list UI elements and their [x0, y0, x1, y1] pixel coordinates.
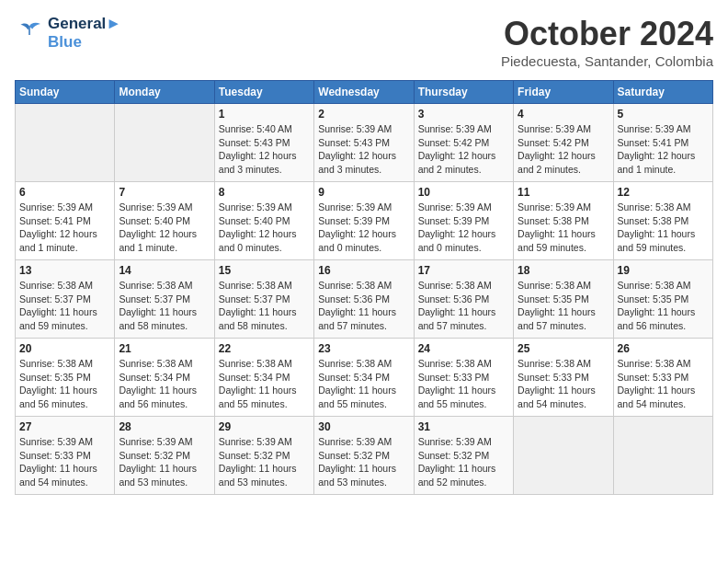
day-number: 29 [219, 420, 310, 433]
day-info: Sunrise: 5:38 AMSunset: 5:35 PMDaylight:… [618, 279, 709, 333]
calendar-cell: 17Sunrise: 5:38 AMSunset: 5:36 PMDayligh… [414, 260, 513, 339]
day-number: 25 [518, 342, 609, 355]
page-header: General► Blue October 2024 Piedecuesta, … [15, 15, 713, 69]
day-info: Sunrise: 5:39 AMSunset: 5:32 PMDaylight:… [418, 435, 509, 489]
day-of-week-header: Monday [115, 81, 214, 104]
day-info: Sunrise: 5:39 AMSunset: 5:40 PMDaylight:… [119, 201, 210, 255]
calendar-cell: 28Sunrise: 5:39 AMSunset: 5:32 PMDayligh… [115, 417, 214, 495]
week-row: 1Sunrise: 5:40 AMSunset: 5:43 PMDaylight… [16, 104, 713, 182]
week-row: 27Sunrise: 5:39 AMSunset: 5:33 PMDayligh… [16, 417, 713, 495]
day-info: Sunrise: 5:39 AMSunset: 5:41 PMDaylight:… [19, 201, 110, 255]
day-info: Sunrise: 5:39 AMSunset: 5:42 PMDaylight:… [418, 122, 509, 177]
calendar-cell: 7Sunrise: 5:39 AMSunset: 5:40 PMDaylight… [115, 182, 214, 260]
day-info: Sunrise: 5:39 AMSunset: 5:38 PMDaylight:… [518, 201, 609, 255]
day-info: Sunrise: 5:39 AMSunset: 5:43 PMDaylight:… [318, 122, 409, 177]
calendar-cell: 22Sunrise: 5:38 AMSunset: 5:34 PMDayligh… [214, 339, 313, 417]
day-of-week-header: Thursday [414, 81, 513, 104]
day-info: Sunrise: 5:38 AMSunset: 5:37 PMDaylight:… [119, 279, 210, 333]
day-number: 20 [19, 342, 110, 355]
day-info: Sunrise: 5:39 AMSunset: 5:41 PMDaylight:… [618, 122, 709, 177]
title-block: October 2024 Piedecuesta, Santander, Col… [501, 15, 713, 69]
day-info: Sunrise: 5:39 AMSunset: 5:32 PMDaylight:… [318, 435, 409, 489]
week-row: 13Sunrise: 5:38 AMSunset: 5:37 PMDayligh… [16, 260, 713, 339]
day-info: Sunrise: 5:38 AMSunset: 5:36 PMDaylight:… [418, 279, 509, 333]
day-info: Sunrise: 5:38 AMSunset: 5:34 PMDaylight:… [219, 357, 310, 411]
calendar-cell: 21Sunrise: 5:38 AMSunset: 5:34 PMDayligh… [115, 339, 214, 417]
calendar-cell: 23Sunrise: 5:38 AMSunset: 5:34 PMDayligh… [314, 339, 414, 417]
day-info: Sunrise: 5:38 AMSunset: 5:33 PMDaylight:… [418, 357, 509, 411]
calendar-cell: 13Sunrise: 5:38 AMSunset: 5:37 PMDayligh… [16, 260, 115, 339]
day-number: 27 [19, 420, 110, 433]
day-number: 7 [119, 186, 210, 199]
day-info: Sunrise: 5:39 AMSunset: 5:39 PMDaylight:… [418, 201, 509, 255]
day-info: Sunrise: 5:39 AMSunset: 5:39 PMDaylight:… [318, 201, 409, 255]
day-number: 11 [518, 186, 609, 199]
day-info: Sunrise: 5:39 AMSunset: 5:32 PMDaylight:… [219, 435, 310, 489]
day-info: Sunrise: 5:38 AMSunset: 5:35 PMDaylight:… [518, 279, 609, 333]
calendar-cell: 6Sunrise: 5:39 AMSunset: 5:41 PMDaylight… [16, 182, 115, 260]
day-number: 22 [219, 342, 310, 355]
day-number: 28 [119, 420, 210, 433]
logo-text: General► Blue [48, 15, 121, 52]
calendar-cell [115, 104, 214, 182]
calendar-cell: 16Sunrise: 5:38 AMSunset: 5:36 PMDayligh… [314, 260, 414, 339]
calendar-cell: 30Sunrise: 5:39 AMSunset: 5:32 PMDayligh… [314, 417, 414, 495]
logo-bird-icon [15, 20, 44, 46]
week-row: 20Sunrise: 5:38 AMSunset: 5:35 PMDayligh… [16, 339, 713, 417]
day-number: 12 [618, 186, 709, 199]
calendar-cell: 24Sunrise: 5:38 AMSunset: 5:33 PMDayligh… [414, 339, 513, 417]
calendar-cell: 4Sunrise: 5:39 AMSunset: 5:42 PMDaylight… [514, 104, 613, 182]
calendar-cell: 31Sunrise: 5:39 AMSunset: 5:32 PMDayligh… [414, 417, 513, 495]
day-info: Sunrise: 5:39 AMSunset: 5:42 PMDaylight:… [518, 122, 609, 177]
day-of-week-header: Wednesday [314, 81, 414, 104]
day-number: 8 [219, 186, 310, 199]
calendar-cell: 3Sunrise: 5:39 AMSunset: 5:42 PMDaylight… [414, 104, 513, 182]
day-info: Sunrise: 5:39 AMSunset: 5:33 PMDaylight:… [19, 435, 110, 489]
day-info: Sunrise: 5:38 AMSunset: 5:38 PMDaylight:… [618, 201, 709, 255]
calendar-cell [613, 417, 712, 495]
day-number: 14 [119, 264, 210, 277]
day-number: 31 [418, 420, 509, 433]
day-number: 13 [19, 264, 110, 277]
day-info: Sunrise: 5:38 AMSunset: 5:33 PMDaylight:… [618, 357, 709, 411]
day-number: 18 [518, 264, 609, 277]
month-title: October 2024 [501, 15, 713, 53]
calendar-cell: 19Sunrise: 5:38 AMSunset: 5:35 PMDayligh… [613, 260, 712, 339]
calendar-cell: 27Sunrise: 5:39 AMSunset: 5:33 PMDayligh… [16, 417, 115, 495]
calendar-cell: 11Sunrise: 5:39 AMSunset: 5:38 PMDayligh… [514, 182, 613, 260]
day-number: 19 [618, 264, 709, 277]
day-of-week-header: Sunday [16, 81, 115, 104]
day-info: Sunrise: 5:38 AMSunset: 5:33 PMDaylight:… [518, 357, 609, 411]
calendar-header-row: SundayMondayTuesdayWednesdayThursdayFrid… [16, 81, 713, 104]
week-row: 6Sunrise: 5:39 AMSunset: 5:41 PMDaylight… [16, 182, 713, 260]
calendar-cell: 2Sunrise: 5:39 AMSunset: 5:43 PMDaylight… [314, 104, 414, 182]
day-info: Sunrise: 5:38 AMSunset: 5:34 PMDaylight:… [119, 357, 210, 411]
day-number: 17 [418, 264, 509, 277]
day-number: 15 [219, 264, 310, 277]
day-of-week-header: Saturday [613, 81, 712, 104]
day-info: Sunrise: 5:38 AMSunset: 5:37 PMDaylight:… [19, 279, 110, 333]
day-info: Sunrise: 5:38 AMSunset: 5:36 PMDaylight:… [318, 279, 409, 333]
day-number: 16 [318, 264, 409, 277]
day-number: 10 [418, 186, 509, 199]
calendar-cell [514, 417, 613, 495]
day-number: 3 [418, 108, 509, 121]
logo: General► Blue [15, 15, 121, 52]
calendar-cell: 15Sunrise: 5:38 AMSunset: 5:37 PMDayligh… [214, 260, 313, 339]
day-info: Sunrise: 5:39 AMSunset: 5:40 PMDaylight:… [219, 201, 310, 255]
day-number: 26 [618, 342, 709, 355]
calendar-cell: 26Sunrise: 5:38 AMSunset: 5:33 PMDayligh… [613, 339, 712, 417]
calendar-cell: 20Sunrise: 5:38 AMSunset: 5:35 PMDayligh… [16, 339, 115, 417]
day-number: 30 [318, 420, 409, 433]
day-of-week-header: Tuesday [214, 81, 313, 104]
day-info: Sunrise: 5:40 AMSunset: 5:43 PMDaylight:… [219, 122, 310, 177]
calendar-cell: 14Sunrise: 5:38 AMSunset: 5:37 PMDayligh… [115, 260, 214, 339]
day-number: 21 [119, 342, 210, 355]
day-number: 1 [219, 108, 310, 121]
calendar-cell: 8Sunrise: 5:39 AMSunset: 5:40 PMDaylight… [214, 182, 313, 260]
day-number: 9 [318, 186, 409, 199]
calendar-cell: 29Sunrise: 5:39 AMSunset: 5:32 PMDayligh… [214, 417, 313, 495]
day-number: 6 [19, 186, 110, 199]
day-number: 4 [518, 108, 609, 121]
day-number: 2 [318, 108, 409, 121]
